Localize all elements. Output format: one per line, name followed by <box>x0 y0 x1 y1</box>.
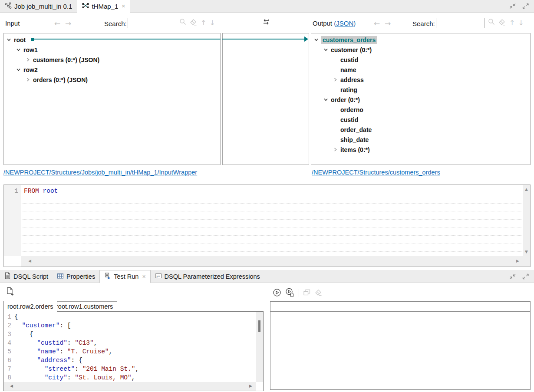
tab-thmap[interactable]: tHMap_1 × <box>77 0 130 13</box>
tab-test-run[interactable]: Test Run × <box>99 270 150 283</box>
mapping-canvas-panel[interactable] <box>222 33 309 165</box>
search-up-icon[interactable]: ↑ <box>201 19 206 27</box>
tree-node-order[interactable]: order (0:*) <box>311 95 530 105</box>
new-document-icon[interactable] <box>6 290 14 297</box>
chevron-right-icon[interactable] <box>333 147 338 152</box>
input-panel-label: Input <box>5 20 20 27</box>
scroll-down-icon[interactable]: ▼ <box>523 250 530 254</box>
tree-node-row2[interactable]: row2 <box>4 65 220 75</box>
clear-search-icon[interactable] <box>498 18 506 27</box>
chevron-down-icon[interactable] <box>323 47 328 52</box>
duplicate-icon[interactable] <box>303 289 311 297</box>
horizontal-scrollbar[interactable]: ◀ ▶ <box>4 382 256 391</box>
json-code-lines: 1{2 "customer": [3 {4 "custid": "C13",5 … <box>4 313 256 382</box>
chevron-down-icon[interactable] <box>16 47 21 52</box>
horizontal-scrollbar[interactable]: ◀ ▶ <box>21 256 523 267</box>
vertical-scrollbar[interactable] <box>256 312 263 382</box>
tab-job[interactable]: Job job_multi_in 0.1 <box>0 0 77 12</box>
search-down-icon[interactable]: ↓ <box>518 19 524 27</box>
toolbar-separator <box>299 289 299 297</box>
input-search-field[interactable] <box>128 18 176 28</box>
thmap-icon <box>82 2 89 10</box>
vertical-scrollbar[interactable]: ▲ ▼ <box>523 185 530 256</box>
job-icon <box>5 2 12 10</box>
input-search-label: Search: <box>104 20 127 27</box>
input-structure-panel[interactable]: root row1 customers (0:*) (JSON) row2 or… <box>3 33 221 165</box>
tree-node-customer[interactable]: customer (0:*) <box>311 45 530 55</box>
output-structure-link[interactable]: /NEWPROJECT/Structures/customers_orders <box>312 169 440 176</box>
scroll-left-icon[interactable]: ◀ <box>28 259 31 263</box>
test-output-panel[interactable] <box>270 311 531 390</box>
result-tab-customers[interactable]: root.row1.customers <box>52 301 117 311</box>
input-structure-link[interactable]: /NEWPROJECT/Structures/Jobs/job_multi_in… <box>3 169 197 176</box>
test-output-header <box>270 301 531 311</box>
output-panel-label: Output (JSON) <box>313 20 356 27</box>
output-search-field[interactable] <box>436 18 485 28</box>
tab-properties[interactable]: Properties <box>53 270 99 283</box>
search-icon[interactable] <box>179 18 187 27</box>
scrollbar-thumb[interactable] <box>258 320 260 332</box>
test-run-icon <box>104 273 111 281</box>
output-forward-icon[interactable]: → <box>385 19 391 28</box>
search-icon[interactable] <box>488 18 495 27</box>
editor-tab-bar: Job job_multi_in 0.1 tHMap_1 × <box>0 0 534 13</box>
search-down-icon[interactable]: ↓ <box>209 19 215 27</box>
tab-dsql-param-expressions[interactable]: x= DSQL Parameterized Expressions <box>151 270 264 283</box>
chevron-right-icon[interactable] <box>26 77 30 82</box>
mapper-toolbar: Input ← → Search: ↑ ↓ Output (JSON) ← → … <box>0 13 534 33</box>
run-icon[interactable] <box>273 288 281 298</box>
scroll-right-icon[interactable]: ▶ <box>516 259 519 263</box>
maximize-icon[interactable] <box>522 3 530 10</box>
input-back-icon[interactable]: ← <box>54 19 60 28</box>
restore-icon[interactable] <box>509 3 517 10</box>
output-structure-panel[interactable]: customers_orders customer (0:*) custid n… <box>311 33 531 165</box>
run-with-output-icon[interactable] <box>285 288 295 298</box>
chevron-down-icon[interactable] <box>16 67 21 72</box>
dsql-editor[interactable]: 1 FROM root ▲ ▼ ◀ ▶ <box>3 184 531 267</box>
chevron-down-icon[interactable] <box>7 37 11 42</box>
line-number: 1 <box>4 185 21 195</box>
bottom-view-tab-bar: DSQL Script Properties Test Run × <box>0 270 534 283</box>
tree-node-customers-orders[interactable]: customers_orders <box>311 35 530 45</box>
test-input-json-viewer[interactable]: 1{2 "customer": [3 {4 "custid": "C13",5 … <box>3 311 264 391</box>
tree-node-orders[interactable]: orders (0:*) (JSON) <box>4 75 220 85</box>
tree-node-custid[interactable]: custid <box>311 55 530 65</box>
chevron-down-icon[interactable] <box>323 97 328 102</box>
tree-node-orderno[interactable]: orderno <box>311 105 530 115</box>
clear-search-icon[interactable] <box>190 18 198 27</box>
tree-node-root[interactable]: root <box>4 35 220 45</box>
table-icon <box>57 273 64 280</box>
tree-node-items[interactable]: items (0:*) <box>311 145 530 155</box>
clear-icon[interactable] <box>315 289 323 297</box>
output-search-label: Search: <box>412 20 435 27</box>
input-forward-icon[interactable]: → <box>65 19 71 28</box>
scroll-up-icon[interactable]: ▲ <box>523 187 530 191</box>
tree-node-customers[interactable]: customers (0:*) (JSON) <box>4 55 220 65</box>
scroll-right-icon[interactable]: ▶ <box>249 384 252 388</box>
expression-icon: x= <box>155 273 162 280</box>
output-back-icon[interactable]: ← <box>374 19 380 28</box>
tab-dsql-script[interactable]: DSQL Script <box>0 270 53 283</box>
close-icon[interactable]: × <box>142 273 145 280</box>
close-icon[interactable]: × <box>122 3 125 10</box>
swap-io-icon[interactable] <box>262 18 270 27</box>
chevron-right-icon[interactable] <box>26 57 30 62</box>
tab-job-label: Job job_multi_in 0.1 <box>14 3 72 10</box>
tree-node-rating[interactable]: rating <box>311 85 530 95</box>
maximize-icon[interactable] <box>522 273 530 281</box>
tree-node-order-date[interactable]: order_date <box>311 125 530 135</box>
tree-node-address[interactable]: address <box>311 75 530 85</box>
tree-node-row1[interactable]: row1 <box>4 45 220 55</box>
tree-node-name[interactable]: name <box>311 65 530 75</box>
svg-text:x=: x= <box>156 274 160 278</box>
tree-node-custid[interactable]: custid <box>311 115 530 125</box>
search-up-icon[interactable]: ↑ <box>509 19 515 27</box>
output-format-link[interactable]: (JSON) <box>334 20 356 27</box>
restore-icon[interactable] <box>509 273 517 281</box>
tree-node-ship-date[interactable]: ship_date <box>311 135 530 145</box>
scroll-left-icon[interactable]: ◀ <box>10 384 13 388</box>
chevron-right-icon[interactable] <box>333 77 338 82</box>
mapping-line[interactable] <box>222 39 305 40</box>
result-tab-orders[interactable]: root.row2.orders <box>3 301 57 312</box>
chevron-down-icon[interactable] <box>314 37 319 42</box>
